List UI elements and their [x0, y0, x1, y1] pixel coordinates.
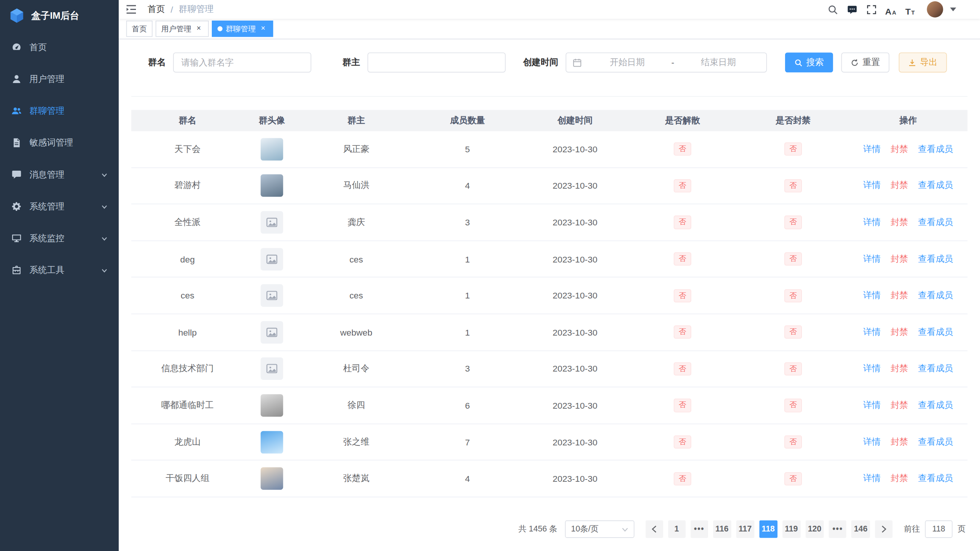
- app-logo[interactable]: 盒子IM后台: [0, 0, 119, 31]
- ban-link[interactable]: 封禁: [891, 326, 908, 336]
- view-members-link[interactable]: 查看成员: [918, 180, 953, 190]
- group-avatar[interactable]: [261, 431, 283, 453]
- group-avatar[interactable]: [261, 138, 283, 160]
- view-members-link[interactable]: 查看成员: [918, 143, 953, 153]
- table-row: 信息技术部门 杜司令 3 2023-10-30 否 否 详情 封禁 查看成员: [131, 351, 968, 388]
- page-button-1[interactable]: 1: [668, 520, 686, 538]
- font-icon[interactable]: TT: [904, 3, 916, 16]
- sidebar-item-sensitive-words[interactable]: 敏感词管理: [0, 127, 119, 158]
- ban-link[interactable]: 封禁: [891, 400, 908, 410]
- page-button-146[interactable]: 146: [851, 520, 870, 538]
- menu-label: 系统工具: [29, 264, 93, 276]
- end-date-placeholder[interactable]: 结束日期: [677, 57, 760, 68]
- sidebar-item-system-tools[interactable]: 系统工具: [0, 254, 119, 286]
- detail-link[interactable]: 详情: [863, 253, 881, 263]
- start-date-placeholder[interactable]: 开始日期: [586, 57, 669, 68]
- banned-badge: 否: [784, 216, 802, 229]
- ban-link[interactable]: 封禁: [891, 473, 908, 483]
- goto-page-input[interactable]: [925, 520, 952, 538]
- reset-button[interactable]: 重置: [841, 52, 890, 72]
- created-time-cell: 2023-10-30: [522, 364, 627, 374]
- hamburger-icon[interactable]: [125, 3, 137, 16]
- page-ellipsis[interactable]: •••: [829, 520, 847, 538]
- sidebar-item-system-monitor[interactable]: 系统监控: [0, 222, 119, 254]
- sidebar-item-group-management[interactable]: 群聊管理: [0, 95, 119, 127]
- disbanded-cell: 否: [628, 179, 738, 192]
- next-page-button[interactable]: [875, 520, 893, 538]
- search-icon[interactable]: [826, 3, 839, 16]
- group-avatar[interactable]: [261, 467, 283, 490]
- page-button-119[interactable]: 119: [782, 520, 800, 538]
- page-button-118[interactable]: 118: [759, 520, 777, 538]
- group-avatar-cell: [244, 174, 300, 197]
- breadcrumb-item-home[interactable]: 首页: [147, 4, 165, 15]
- detail-link[interactable]: 详情: [863, 400, 881, 410]
- view-members-link[interactable]: 查看成员: [918, 217, 953, 227]
- owner-input[interactable]: [368, 52, 506, 72]
- detail-link[interactable]: 详情: [863, 436, 881, 446]
- detail-link[interactable]: 详情: [863, 363, 881, 373]
- group-avatar[interactable]: [261, 357, 283, 380]
- banned-badge: 否: [784, 143, 802, 156]
- group-avatar[interactable]: [261, 211, 283, 234]
- page-ellipsis[interactable]: •••: [690, 520, 708, 538]
- view-members-link[interactable]: 查看成员: [918, 326, 953, 336]
- view-members-link[interactable]: 查看成员: [918, 436, 953, 446]
- ban-link[interactable]: 封禁: [891, 290, 908, 300]
- close-icon[interactable]: ×: [195, 24, 203, 33]
- group-avatar[interactable]: [261, 174, 283, 197]
- search-button[interactable]: 搜索: [785, 52, 833, 72]
- page-button-117[interactable]: 117: [736, 520, 754, 538]
- page-size-select[interactable]: 10条/页: [565, 520, 634, 538]
- ban-link[interactable]: 封禁: [891, 180, 908, 190]
- ban-link[interactable]: 封禁: [891, 363, 908, 373]
- banned-cell: 否: [738, 326, 849, 339]
- banned-cell: 否: [738, 179, 849, 192]
- size-select-icon[interactable]: AA: [884, 3, 897, 16]
- banned-badge: 否: [784, 253, 802, 266]
- view-members-link[interactable]: 查看成员: [918, 290, 953, 300]
- sidebar-item-message-management[interactable]: 消息管理: [0, 159, 119, 191]
- group-avatar[interactable]: [261, 248, 283, 270]
- user-avatar[interactable]: [927, 1, 943, 17]
- detail-link[interactable]: 详情: [863, 143, 881, 153]
- member-count-cell: 1: [412, 327, 522, 337]
- ban-link[interactable]: 封禁: [891, 143, 908, 153]
- view-members-link[interactable]: 查看成员: [918, 473, 953, 483]
- group-avatar[interactable]: [261, 284, 283, 307]
- prev-page-button[interactable]: [645, 520, 663, 538]
- view-members-link[interactable]: 查看成员: [918, 400, 953, 410]
- sidebar-item-user-management[interactable]: 用户管理: [0, 63, 119, 95]
- page-button-116[interactable]: 116: [713, 520, 731, 538]
- message-icon[interactable]: [846, 3, 858, 16]
- ban-link[interactable]: 封禁: [891, 253, 908, 263]
- date-range-picker[interactable]: 开始日期 - 结束日期: [566, 52, 767, 72]
- column-header-banned: 是否封禁: [738, 115, 849, 126]
- fullscreen-icon[interactable]: [865, 3, 878, 16]
- detail-link[interactable]: 详情: [863, 326, 881, 336]
- export-button[interactable]: 导出: [899, 52, 947, 72]
- tab-home[interactable]: 首页: [126, 21, 153, 37]
- sidebar-item-system-management[interactable]: 系统管理: [0, 191, 119, 222]
- detail-link[interactable]: 详情: [863, 217, 881, 227]
- view-members-link[interactable]: 查看成员: [918, 253, 953, 263]
- caret-down-icon[interactable]: [950, 8, 956, 11]
- member-count-cell: 3: [412, 364, 522, 374]
- view-members-link[interactable]: 查看成员: [918, 363, 953, 373]
- ban-link[interactable]: 封禁: [891, 436, 908, 446]
- group-avatar[interactable]: [261, 394, 283, 417]
- created-time-cell: 2023-10-30: [522, 474, 627, 484]
- group-avatar[interactable]: [261, 321, 283, 344]
- group-name-input[interactable]: [173, 52, 311, 72]
- page-button-120[interactable]: 120: [805, 520, 824, 538]
- tab-group-management[interactable]: 群聊管理 ×: [212, 21, 273, 37]
- detail-link[interactable]: 详情: [863, 473, 881, 483]
- banned-cell: 否: [738, 289, 849, 302]
- member-count-cell: 3: [412, 217, 522, 227]
- sidebar-item-home[interactable]: 首页: [0, 31, 119, 63]
- ban-link[interactable]: 封禁: [891, 217, 908, 227]
- close-icon[interactable]: ×: [259, 24, 268, 33]
- detail-link[interactable]: 详情: [863, 180, 881, 190]
- tab-user-management[interactable]: 用户管理 ×: [155, 21, 209, 37]
- detail-link[interactable]: 详情: [863, 290, 881, 300]
